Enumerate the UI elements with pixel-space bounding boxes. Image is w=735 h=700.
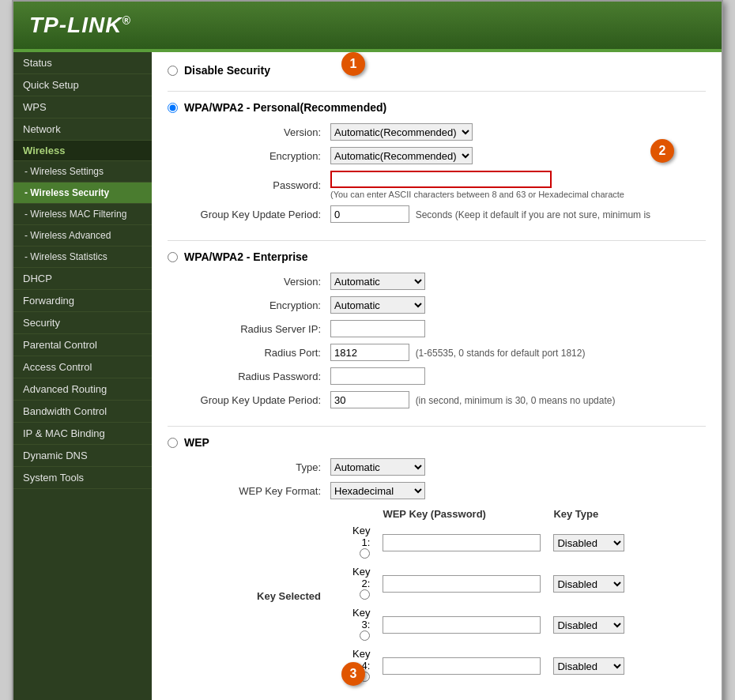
wep-keyformat-cell: Hexadecimal ASCII	[326, 479, 722, 502]
wpa-personal-version-row: Version: Automatic(Recommended) WPA WPA2	[183, 120, 722, 144]
wep-keys-header-row: Key Selected WEP Key (Password) Key Type	[183, 502, 722, 690]
key2-type-cell: Disabled64bit128bit152bit	[547, 563, 631, 604]
wpa-enterprise-table: Version: Automatic WPA WPA2 Encryption:	[183, 269, 722, 412]
enterprise-radius-password-row: Radius Password:	[183, 364, 722, 388]
divider-2	[168, 240, 706, 241]
enterprise-encryption-select[interactable]: Automatic TKIP AES	[330, 296, 425, 314]
wpa-personal-option: WPA/WPA2 - Personal(Recommended) Version…	[168, 101, 706, 226]
wpa-personal-label[interactable]: WPA/WPA2 - Personal(Recommended)	[184, 101, 386, 114]
radius-password-input[interactable]	[330, 367, 425, 385]
key2-label: Key 2:	[346, 563, 376, 604]
radius-password-label: Radius Password:	[183, 364, 326, 388]
sidebar-item-wps[interactable]: WPS	[13, 96, 152, 119]
wep-key3-input[interactable]	[383, 616, 541, 634]
wep-key1-row: Key 1: Disabled64bit128bit152bit	[346, 522, 631, 563]
radius-ip-label: Radius Server IP:	[183, 317, 326, 341]
divider-3	[168, 426, 706, 427]
sidebar-item-wireless-settings[interactable]: - Wireless Settings	[13, 161, 152, 183]
sidebar-item-security[interactable]: Security	[13, 312, 152, 334]
wep-keyformat-select[interactable]: Hexadecimal ASCII	[330, 482, 425, 499]
content-inner: 1 2 Disable Security WPA/WPA2 - Personal…	[168, 64, 706, 690]
wep-key1-radio[interactable]	[360, 548, 370, 559]
sidebar-item-ip-mac-binding[interactable]: IP & MAC Binding	[13, 423, 152, 445]
wep-key2-radio[interactable]	[360, 589, 370, 600]
wep-key4-row: Key 4: Disabled64bit128bit152bit	[346, 645, 631, 687]
sidebar-item-forwarding[interactable]: Forwarding	[13, 290, 152, 312]
wep-key3-type-select[interactable]: Disabled64bit128bit152bit	[553, 616, 624, 634]
sidebar-item-network[interactable]: Network	[13, 119, 152, 141]
disable-security-label[interactable]: Disable Security	[184, 64, 270, 77]
wpa-personal-version-select[interactable]: Automatic(Recommended) WPA WPA2	[330, 123, 473, 141]
sidebar-item-wireless-mac-filtering[interactable]: - Wireless MAC Filtering	[13, 204, 152, 225]
sidebar-item-parental-control[interactable]: Parental Control	[13, 334, 152, 356]
radius-password-cell	[326, 364, 722, 388]
radius-port-input[interactable]	[330, 344, 409, 361]
wep-type-cell: Automatic Open System Shared Key	[326, 455, 722, 479]
wpa-personal-radio[interactable]	[168, 103, 178, 113]
sidebar-item-wireless-security[interactable]: - Wireless Security	[13, 183, 152, 204]
wpa-personal-table: Version: Automatic(Recommended) WPA WPA2…	[183, 120, 722, 226]
key1-value-cell	[376, 522, 547, 563]
ent-encryption-label: Encryption:	[183, 293, 326, 317]
sidebar-item-wireless-statistics[interactable]: - Wireless Statistics	[13, 247, 152, 268]
wpa-personal-encryption-row: Encryption: Automatic(Recommended) TKIP …	[183, 144, 722, 167]
radius-port-hint: (1-65535, 0 stands for default port 1812…	[416, 348, 586, 359]
enterprise-version-row: Version: Automatic WPA WPA2	[183, 269, 722, 293]
sidebar-item-advanced-routing[interactable]: Advanced Routing	[13, 378, 152, 401]
enterprise-groupkey-input[interactable]	[330, 391, 409, 408]
wep-key3-radio[interactable]	[360, 630, 370, 641]
sidebar-item-quick-setup[interactable]: Quick Setup	[13, 74, 152, 96]
wep-key-password-header: WEP Key (Password)	[376, 506, 547, 522]
key3-label: Key 3:	[346, 604, 376, 645]
wpa-enterprise-radio[interactable]	[168, 252, 178, 262]
content-area: 1 2 Disable Security WPA/WPA2 - Personal…	[152, 52, 722, 700]
sidebar-item-system-tools[interactable]: System Tools	[13, 467, 152, 489]
encryption-label: Encryption:	[183, 144, 326, 167]
wpa-personal-groupkey-input[interactable]	[330, 205, 409, 223]
key4-type-cell: Disabled64bit128bit152bit	[547, 645, 631, 687]
wep-key4-type-select[interactable]: Disabled64bit128bit152bit	[553, 657, 624, 675]
ent-groupkey-label: Group Key Update Period:	[183, 388, 326, 412]
sidebar-item-access-control[interactable]: Access Control	[13, 356, 152, 378]
groupkey-cell: Seconds (Keep it default if you are not …	[326, 202, 722, 226]
wep-key2-row: Key 2: Disabled64bit128bit152bit	[346, 563, 631, 604]
groupkey-hint: Seconds (Keep it default if you are not …	[416, 209, 650, 220]
sidebar-item-dhcp[interactable]: DHCP	[13, 268, 152, 290]
enterprise-radius-port-row: Radius Port: (1-65535, 0 stands for defa…	[183, 341, 722, 364]
enterprise-groupkey-row: Group Key Update Period: (in second, min…	[183, 388, 722, 412]
sidebar-item-bandwidth-control[interactable]: Bandwidth Control	[13, 401, 152, 423]
wep-key1-type-select[interactable]: Disabled64bit128bit152bit	[553, 534, 624, 551]
wep-label[interactable]: WEP	[184, 436, 209, 449]
wep-keyformat-row: WEP Key Format: Hexadecimal ASCII	[183, 479, 722, 502]
wep-key2-type-select[interactable]: Disabled64bit128bit152bit	[553, 575, 624, 593]
header: TP-LINK®	[13, 2, 722, 49]
wep-key4-input[interactable]	[383, 657, 541, 675]
password-hint: (You can enter ASCII characters between …	[330, 190, 717, 199]
sidebar: Status Quick Setup WPS Network Wireless …	[13, 52, 152, 700]
key2-value-cell	[376, 563, 547, 604]
key-type-header: Key Type	[547, 506, 631, 522]
sidebar-item-wireless-advanced[interactable]: - Wireless Advanced	[13, 225, 152, 247]
key3-type-cell: Disabled64bit128bit152bit	[547, 604, 631, 645]
wpa-enterprise-label[interactable]: WPA/WPA2 - Enterprise	[184, 250, 308, 263]
key4-value-cell	[376, 645, 547, 687]
sidebar-item-wireless[interactable]: Wireless	[13, 141, 152, 161]
groupkey-label: Group Key Update Period:	[183, 202, 326, 226]
wpa-personal-password-input[interactable]	[330, 171, 552, 188]
sidebar-item-dynamic-dns[interactable]: Dynamic DNS	[13, 445, 152, 467]
wep-key1-input[interactable]	[383, 534, 541, 551]
wep-type-row: Type: Automatic Open System Shared Key	[183, 455, 722, 479]
main-layout: Status Quick Setup WPS Network Wireless …	[13, 52, 722, 700]
wep-keyformat-label: WEP Key Format:	[183, 479, 326, 502]
wep-radio[interactable]	[168, 438, 178, 448]
wpa-personal-encryption-select[interactable]: Automatic(Recommended) TKIP AES	[330, 147, 473, 164]
radius-ip-input[interactable]	[330, 320, 425, 337]
enterprise-version-select[interactable]: Automatic WPA WPA2	[330, 273, 425, 290]
key3-value-cell	[376, 604, 547, 645]
sidebar-item-status[interactable]: Status	[13, 52, 152, 74]
ent-groupkey-hint: (in second, minimum is 30, 0 means no up…	[416, 395, 616, 406]
logo: TP-LINK®	[29, 13, 131, 38]
disable-security-radio[interactable]	[168, 66, 178, 76]
wep-key2-input[interactable]	[383, 575, 541, 593]
wep-type-select[interactable]: Automatic Open System Shared Key	[330, 458, 425, 476]
